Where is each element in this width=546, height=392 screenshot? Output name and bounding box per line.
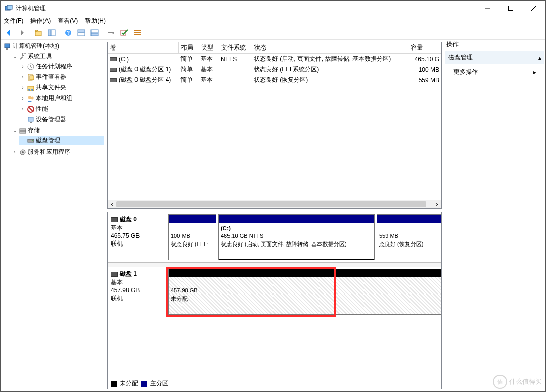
legend-swatch-primary: [141, 381, 147, 387]
volume-row[interactable]: (磁盘 0 磁盘分区 4) 简单 基本 状态良好 (恢复分区) 559 MB: [108, 75, 441, 85]
services-icon: [19, 148, 27, 156]
volume-list[interactable]: 卷 布局 类型 文件系统 状态 容量 (C:) 简单: [107, 42, 442, 209]
tree-local-users[interactable]: 本地用户和组: [36, 94, 72, 103]
center-pane: 卷 布局 类型 文件系统 状态 容量 (C:) 简单: [105, 40, 444, 391]
svg-rect-12: [78, 33, 85, 36]
svg-rect-25: [30, 76, 34, 80]
view-bottom-button[interactable]: [88, 27, 101, 38]
disk-row-0[interactable]: 磁盘 0 基本 465.75 GB 联机 100 MB 状态良好 (EFI :: [108, 212, 441, 263]
device-manager-icon: [27, 116, 35, 124]
svg-rect-11: [78, 30, 85, 32]
close-button[interactable]: [522, 1, 545, 16]
svg-point-27: [28, 89, 30, 91]
maximize-button[interactable]: [499, 1, 522, 16]
col-layout[interactable]: 布局: [179, 42, 199, 54]
legend-label-primary: 主分区: [150, 379, 168, 388]
event-viewer-icon: [27, 73, 35, 81]
legend-label-unallocated: 未分配: [120, 379, 138, 388]
expander-icon[interactable]: ⌄: [12, 128, 18, 133]
svg-line-32: [28, 107, 33, 112]
disk-graphical-view: 磁盘 0 基本 465.75 GB 联机 100 MB 状态良好 (EFI :: [107, 212, 442, 389]
help-button[interactable]: ?: [62, 27, 74, 38]
tree-device-manager[interactable]: 设备管理器: [36, 115, 66, 124]
expander-icon[interactable]: ⌄: [12, 54, 18, 59]
disk-icon: [111, 217, 118, 222]
tree-root[interactable]: 计算机管理(本地): [13, 42, 59, 51]
tree-services-apps[interactable]: 服务和应用程序: [28, 148, 70, 156]
actions-more[interactable]: 更多操作 ▸: [445, 66, 544, 78]
window-controls: [476, 1, 545, 16]
expander-icon[interactable]: ›: [20, 85, 26, 90]
back-button[interactable]: [3, 27, 15, 38]
computer-icon: [4, 42, 12, 51]
expander-icon[interactable]: ›: [12, 149, 18, 155]
expander-icon[interactable]: ›: [20, 95, 26, 101]
svg-point-29: [28, 96, 31, 99]
tree-storage[interactable]: 存储: [28, 126, 40, 135]
expander-icon[interactable]: ›: [20, 106, 26, 112]
col-volume[interactable]: 卷: [108, 42, 179, 54]
col-fs[interactable]: 文件系统: [219, 42, 252, 54]
partition-unallocated[interactable]: 457.98 GB 未分配: [168, 269, 441, 315]
partition-recovery[interactable]: 559 MB 态良好 (恢复分区): [377, 214, 441, 260]
disk-management-icon: [27, 137, 35, 145]
scroll-left-button[interactable]: ‹: [108, 200, 116, 208]
actions-pane: 操作 磁盘管理 ▴ 更多操作 ▸: [444, 40, 545, 391]
forward-button[interactable]: [16, 27, 28, 38]
tree-performance[interactable]: 性能: [36, 105, 48, 113]
scheduler-icon: [27, 63, 35, 71]
volume-row[interactable]: (磁盘 0 磁盘分区 1) 简单 基本 状态良好 (EFI 系统分区) 100 …: [108, 64, 441, 75]
svg-point-40: [22, 151, 24, 153]
svg-rect-3: [509, 6, 513, 11]
expander-icon[interactable]: ›: [20, 64, 26, 69]
svg-rect-18: [134, 30, 141, 31]
svg-rect-8: [51, 30, 55, 36]
tree-task-scheduler[interactable]: 任务计划程序: [36, 62, 72, 71]
tree-system-tools[interactable]: 系统工具: [28, 52, 52, 61]
col-type[interactable]: 类型: [199, 42, 219, 54]
disk-row-1[interactable]: 磁盘 1 基本 457.98 GB 联机 457.98 GB 未分配: [108, 267, 441, 317]
actions-section[interactable]: 磁盘管理 ▴: [445, 51, 544, 64]
menu-file[interactable]: 文件(F): [4, 17, 23, 25]
legend-swatch-unallocated: [111, 381, 117, 387]
svg-point-16: [112, 32, 114, 34]
up-folder-button[interactable]: [32, 27, 44, 38]
col-capacity[interactable]: 容量: [408, 42, 441, 54]
tree-shared-folders[interactable]: 共享文件夹: [36, 83, 66, 92]
shared-folders-icon: [27, 84, 35, 92]
svg-rect-6: [35, 31, 41, 36]
disk-icon: [111, 272, 118, 277]
show-hide-tree-button[interactable]: [46, 27, 58, 38]
scroll-thumb[interactable]: [116, 201, 426, 207]
check-button[interactable]: [118, 27, 130, 38]
svg-point-38: [32, 140, 33, 141]
menu-action[interactable]: 操作(A): [30, 17, 51, 25]
horizontal-scrollbar[interactable]: ‹ ›: [108, 200, 441, 208]
scroll-right-button[interactable]: ›: [433, 200, 441, 208]
minimize-button[interactable]: [476, 1, 499, 16]
partition-c[interactable]: (C:) 465.10 GB NTFS 状态良好 (启动, 页面文件, 故障转储…: [218, 214, 375, 260]
expander-icon[interactable]: ›: [20, 74, 26, 80]
menu-help[interactable]: 帮助(H): [85, 17, 106, 25]
col-status[interactable]: 状态: [252, 42, 408, 54]
settings-button[interactable]: [105, 27, 117, 38]
actions-header: 操作: [444, 40, 545, 50]
drive-icon: [110, 78, 117, 82]
disk-info: 磁盘 0 基本 465.75 GB 联机: [108, 212, 168, 262]
menu-view[interactable]: 查看(V): [58, 17, 78, 25]
svg-rect-14: [91, 33, 98, 36]
navigation-tree[interactable]: 计算机管理(本地) ⌄ 系统工具 ›任务计划程序 ›事件查看器: [1, 40, 105, 391]
partition-efi[interactable]: 100 MB 状态良好 (EFI :: [168, 214, 216, 260]
svg-rect-22: [6, 48, 8, 50]
list-button[interactable]: [131, 27, 144, 38]
menu-bar: 文件(F) 操作(A) 查看(V) 帮助(H): [1, 16, 545, 26]
users-icon: [27, 94, 35, 103]
view-top-button[interactable]: [75, 27, 87, 38]
svg-point-30: [31, 96, 34, 99]
svg-rect-35: [20, 129, 26, 131]
triangle-right-icon: ▸: [533, 69, 536, 76]
volume-row[interactable]: (C:) 简单 基本 NTFS 状态良好 (启动, 页面文件, 故障转储, 基本…: [108, 54, 441, 64]
tree-event-viewer[interactable]: 事件查看器: [36, 73, 66, 81]
tree-disk-management[interactable]: 磁盘管理: [36, 136, 60, 145]
performance-icon: [27, 105, 35, 113]
